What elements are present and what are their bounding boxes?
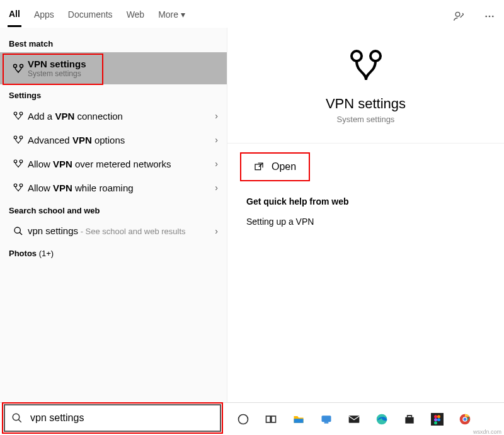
svg-point-14: [14, 227, 20, 233]
svg-rect-26: [431, 413, 444, 426]
svg-point-1: [485, 16, 487, 18]
open-button[interactable]: Open: [240, 152, 310, 181]
tab-documents[interactable]: Documents: [67, 7, 114, 26]
svg-point-34: [464, 417, 467, 421]
result-subtitle: System settings: [28, 69, 218, 78]
svg-point-6: [14, 112, 17, 115]
edge-icon[interactable]: [375, 412, 389, 426]
chrome-icon[interactable]: [458, 412, 472, 426]
result-title: Add a VPN connection: [28, 111, 215, 121]
result-title: VPN settings: [28, 59, 218, 69]
svg-point-5: [20, 64, 23, 67]
preview-subtitle: System settings: [337, 115, 395, 124]
chevron-right-icon: ›: [215, 183, 218, 193]
svg-point-29: [437, 418, 440, 421]
open-icon: [254, 162, 264, 172]
svg-point-19: [239, 414, 248, 424]
quick-help-heading: Get quick help from web: [246, 196, 504, 206]
task-view-icon[interactable]: [264, 412, 278, 426]
svg-point-0: [455, 12, 460, 16]
chevron-right-icon: ›: [215, 159, 218, 169]
chevron-right-icon: ›: [215, 111, 218, 121]
svg-point-27: [434, 415, 437, 418]
svg-point-11: [20, 160, 23, 163]
tab-all[interactable]: All: [8, 6, 21, 27]
vpn-icon: [9, 182, 28, 193]
svg-point-13: [20, 184, 23, 187]
result-title: Advanced VPN options: [28, 135, 215, 145]
svg-point-18: [13, 414, 20, 421]
search-icon: [5, 412, 29, 424]
svg-rect-22: [322, 415, 331, 422]
svg-rect-17: [255, 164, 261, 170]
more-options-icon[interactable]: [483, 9, 496, 23]
svg-point-28: [437, 415, 440, 418]
result-web-search[interactable]: vpn settings - See school and web result…: [0, 219, 227, 242]
result-title: Allow VPN over metered networks: [28, 159, 215, 169]
result-title: Allow VPN while roaming: [28, 183, 215, 193]
open-label: Open: [272, 161, 296, 172]
result-title: vpn settings - See school and web result…: [28, 225, 215, 236]
vpn-icon: [347, 47, 385, 84]
app-icon[interactable]: [319, 412, 333, 426]
svg-point-31: [434, 421, 437, 424]
svg-point-3: [492, 16, 494, 18]
chevron-right-icon: ›: [215, 135, 218, 145]
group-photos: Photos (1+): [0, 242, 227, 262]
mail-icon[interactable]: [347, 412, 361, 426]
file-explorer-icon[interactable]: [292, 412, 306, 426]
svg-rect-20: [266, 416, 271, 422]
vpn-icon: [9, 158, 28, 169]
vpn-icon: [9, 134, 28, 145]
chevron-right-icon: ›: [215, 226, 218, 236]
svg-point-4: [14, 64, 17, 67]
svg-point-9: [20, 136, 23, 139]
result-allow-vpn-metered[interactable]: Allow VPN over metered networks ›: [0, 152, 227, 176]
tab-more[interactable]: More ▾: [157, 7, 186, 26]
result-allow-vpn-roaming[interactable]: Allow VPN while roaming ›: [0, 176, 227, 200]
tab-web[interactable]: Web: [125, 7, 146, 26]
group-settings: Settings: [0, 84, 227, 104]
svg-point-12: [14, 184, 17, 187]
svg-point-2: [489, 16, 491, 18]
group-search-web: Search school and web: [0, 200, 227, 219]
search-input[interactable]: [29, 412, 220, 424]
quick-help-link[interactable]: Setting up a VPN: [246, 217, 504, 227]
preview-title: VPN settings: [326, 96, 406, 112]
result-vpn-settings[interactable]: VPN settings System settings: [0, 52, 227, 84]
watermark: wsxdn.com: [473, 429, 501, 435]
svg-point-10: [14, 160, 17, 163]
vpn-icon: [9, 110, 28, 121]
figma-icon[interactable]: [430, 412, 444, 426]
svg-point-7: [20, 112, 23, 115]
svg-rect-24: [349, 415, 360, 423]
result-add-vpn-connection[interactable]: Add a VPN connection ›: [0, 104, 227, 128]
cortana-icon[interactable]: [236, 412, 250, 426]
result-advanced-vpn-options[interactable]: Advanced VPN options ›: [0, 128, 227, 152]
tab-apps[interactable]: Apps: [33, 7, 55, 26]
svg-point-8: [14, 136, 17, 139]
svg-rect-21: [272, 416, 276, 422]
feedback-icon[interactable]: [452, 9, 466, 23]
vpn-icon: [9, 62, 28, 75]
group-best-match: Best match: [0, 33, 227, 52]
svg-rect-23: [324, 422, 329, 424]
chevron-down-icon: ▾: [181, 9, 185, 20]
svg-point-16: [370, 51, 381, 61]
taskbar-search-box[interactable]: [4, 404, 221, 432]
svg-point-30: [434, 418, 437, 421]
svg-point-15: [352, 51, 362, 61]
store-icon[interactable]: [403, 412, 416, 426]
search-icon: [9, 226, 28, 236]
